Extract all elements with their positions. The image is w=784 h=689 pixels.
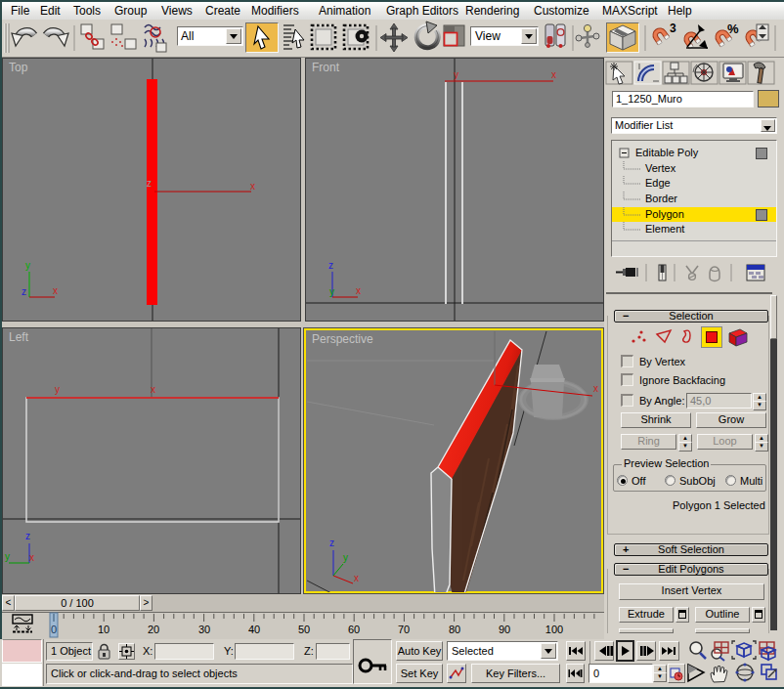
svg-text:x: x — [354, 573, 359, 583]
svg-text:y: y — [5, 551, 10, 562]
svg-text:z: z — [328, 260, 333, 271]
svg-text:x: x — [356, 285, 361, 296]
svg-text:y: y — [454, 69, 458, 80]
svg-text:%: % — [727, 22, 739, 36]
svg-text:y: y — [343, 552, 348, 563]
svg-text:x: x — [53, 285, 58, 296]
svg-text:10: 10 — [98, 624, 109, 635]
svg-text:z: z — [147, 178, 152, 189]
svg-text:x: x — [250, 181, 255, 192]
svg-text:x: x — [29, 552, 34, 563]
svg-text:40: 40 — [248, 624, 260, 635]
svg-text:50: 50 — [298, 624, 310, 635]
svg-text:70: 70 — [398, 624, 410, 635]
svg-text:80: 80 — [449, 624, 460, 635]
svg-text:3: 3 — [670, 22, 676, 35]
svg-text:60: 60 — [348, 624, 360, 635]
svg-text:x: x — [151, 384, 155, 395]
svg-text:y: y — [25, 260, 30, 271]
svg-text:x: x — [593, 383, 598, 394]
svg-text:90: 90 — [499, 624, 510, 635]
svg-text:x: x — [551, 69, 556, 80]
svg-text:0: 0 — [51, 624, 57, 635]
svg-text:z: z — [25, 531, 30, 541]
svg-text:30: 30 — [198, 624, 210, 635]
svg-text:z: z — [329, 538, 334, 548]
svg-text:z: z — [22, 286, 26, 297]
svg-text:y: y — [329, 286, 334, 297]
svg-text:100: 100 — [545, 624, 563, 635]
svg-text:20: 20 — [148, 624, 159, 635]
svg-text:y: y — [55, 384, 60, 395]
